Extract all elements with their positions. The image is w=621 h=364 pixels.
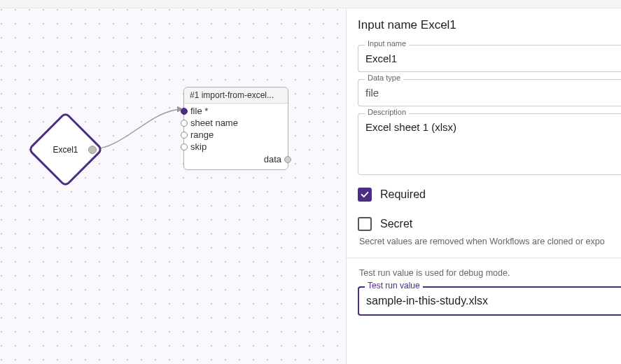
step-node-import-from-excel[interactable]: #1 import-from-excel... file *sheet name…	[183, 87, 288, 170]
output-port-dot[interactable]	[284, 156, 291, 163]
field-input-name: Input name	[358, 45, 621, 72]
input-port-dot[interactable]	[181, 108, 188, 115]
input-port-row[interactable]: sheet name	[184, 117, 288, 129]
input-port-label: sheet name	[190, 118, 238, 128]
workflow-canvas[interactable]: Excel1 #1 import-from-excel... file *she…	[0, 8, 347, 364]
test-run-value-field[interactable]	[358, 286, 621, 316]
input-port-label: range	[190, 130, 214, 140]
field-legend-test-run: Test run value	[365, 281, 423, 290]
panel-title: Input name Excel1	[358, 18, 621, 32]
check-icon	[360, 190, 370, 200]
field-legend-description: Description	[365, 108, 409, 116]
secret-checkbox[interactable]	[358, 217, 372, 231]
panel-title-value: Excel1	[421, 18, 456, 31]
field-legend-input-name: Input name	[365, 39, 409, 48]
input-node-output-port[interactable]	[88, 146, 97, 154]
input-node-excel1[interactable]: Excel1	[39, 122, 92, 176]
input-port-dot[interactable]	[181, 120, 188, 127]
input-port-label: file *	[190, 106, 208, 116]
required-checkbox[interactable]	[358, 188, 372, 202]
input-port-row[interactable]: range	[184, 129, 288, 141]
output-port-label: data	[264, 154, 281, 164]
step-node-body: file *sheet namerangeskip data	[184, 104, 288, 169]
data-type-field[interactable]	[358, 79, 621, 106]
canvas-grid	[0, 8, 346, 364]
required-checkbox-row[interactable]: Required	[358, 188, 621, 202]
field-legend-data-type: Data type	[365, 74, 403, 82]
test-run-help: Test run value is used for debug mode.	[359, 268, 621, 278]
panel-divider	[347, 258, 621, 258]
input-port-row[interactable]: file *	[184, 105, 288, 117]
app-top-bar	[0, 0, 621, 8]
properties-panel: Input name Excel1 Input name Data type D…	[347, 8, 621, 364]
secret-help-text: Secret values are removed when Workflows…	[359, 237, 621, 246]
svg-rect-1	[0, 8, 346, 364]
input-node-label: Excel1	[53, 145, 78, 155]
field-description: Description	[358, 113, 621, 178]
input-port-dot[interactable]	[181, 132, 188, 139]
secret-label: Secret	[380, 218, 412, 230]
field-test-run-value: Test run value	[358, 286, 621, 316]
panel-title-prefix: Input name	[358, 18, 417, 31]
input-name-field[interactable]	[358, 45, 621, 72]
input-port-label: skip	[190, 141, 207, 152]
required-label: Required	[380, 188, 426, 201]
description-field[interactable]	[358, 113, 621, 175]
step-node-header: #1 import-from-excel...	[184, 88, 288, 104]
output-port-row[interactable]: data	[184, 153, 288, 167]
field-data-type: Data type	[358, 79, 621, 106]
secret-checkbox-row[interactable]: Secret	[358, 217, 621, 231]
input-port-row[interactable]: skip	[184, 141, 288, 153]
input-port-dot[interactable]	[181, 144, 188, 150]
